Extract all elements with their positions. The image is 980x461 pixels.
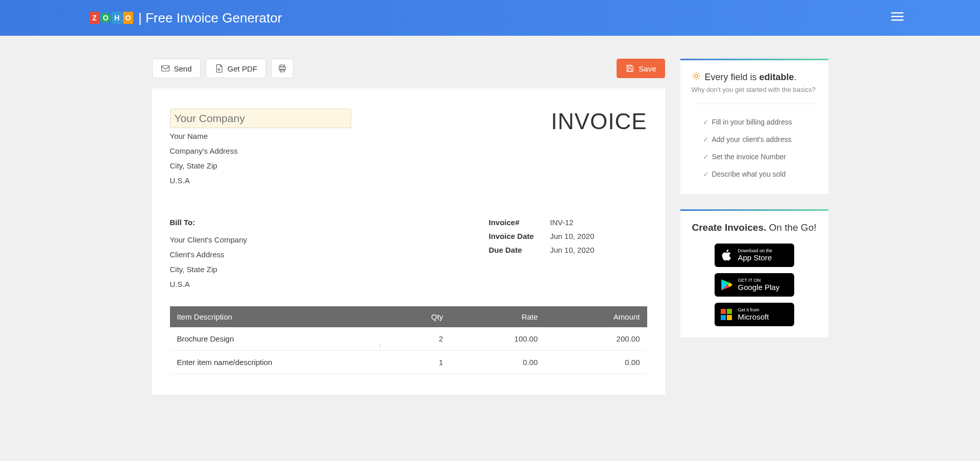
due-date-value[interactable]: Jun 10, 2020 <box>550 246 595 254</box>
item-desc-cell[interactable]: Brochure Design⟋ <box>170 327 385 351</box>
due-date-label: Due Date <box>489 246 550 254</box>
check-icon: ✓ <box>703 135 709 143</box>
microsoft-icon <box>720 308 733 321</box>
invoice-number-value[interactable]: INV-12 <box>550 218 574 227</box>
client-address-field[interactable]: Client's Address <box>170 248 474 261</box>
googleplay-icon <box>720 278 733 292</box>
onthego-title: Create Invoices. On the Go! <box>692 222 817 233</box>
svg-rect-7 <box>628 65 631 67</box>
mail-icon <box>161 64 170 73</box>
tip-item: ✓Describe what you sold <box>692 165 817 183</box>
resize-handle-icon[interactable]: ⟋ <box>376 342 384 349</box>
microsoft-badge[interactable]: Get it fromMicrosoft <box>715 303 794 326</box>
lightbulb-icon <box>692 71 701 83</box>
svg-rect-1 <box>891 16 903 17</box>
col-desc: Item Description <box>170 306 385 327</box>
item-qty-cell[interactable]: 2 <box>384 327 450 351</box>
pdf-icon <box>214 64 224 73</box>
get-pdf-button[interactable]: Get PDF <box>206 59 266 78</box>
svg-rect-8 <box>628 69 632 71</box>
item-desc-placeholder[interactable]: Enter item name/description <box>170 351 385 374</box>
table-row: Brochure Design⟋ 2 100.00 200.00 <box>170 327 647 351</box>
onthego-card: Create Invoices. On the Go! Download on … <box>680 209 828 337</box>
invoice-number-label: Invoice# <box>489 218 550 227</box>
company-name-input[interactable] <box>170 109 351 128</box>
item-rate-cell[interactable]: 100.00 <box>450 327 545 351</box>
company-address-field[interactable]: Company's Address <box>170 144 351 158</box>
tip-item: ✓Set the invoice Number <box>692 148 817 165</box>
save-button[interactable]: Save <box>617 59 665 78</box>
print-button[interactable] <box>271 59 293 78</box>
send-label: Send <box>174 64 192 73</box>
check-icon: ✓ <box>703 170 709 178</box>
col-rate: Rate <box>450 306 545 327</box>
app-header: Z O H O | Free Invoice Generator <box>0 0 980 36</box>
page-title: | Free Invoice Generator <box>138 10 282 26</box>
client-country-field[interactable]: U.S.A <box>170 277 474 291</box>
your-name-field[interactable]: Your Name <box>170 129 351 143</box>
print-icon <box>278 64 287 73</box>
items-table: Item Description Qty Rate Amount Brochur… <box>170 306 647 374</box>
item-amount-placeholder: 0.00 <box>545 351 647 374</box>
send-button[interactable]: Send <box>152 59 201 78</box>
city-state-zip-field[interactable]: City, State Zip <box>170 159 351 173</box>
save-icon <box>625 64 634 73</box>
svg-rect-6 <box>280 69 284 72</box>
tip-item: ✓Add your client's address <box>692 131 817 148</box>
hamburger-menu-icon[interactable] <box>891 12 903 23</box>
bill-to-label: Bill To: <box>170 218 474 227</box>
zoho-logo: Z O H O <box>89 12 133 24</box>
invoice-date-label: Invoice Date <box>489 232 550 240</box>
table-row-placeholder: Enter item name/description 1 0.00 0.00 <box>170 351 647 374</box>
tip-item: ✓Fill in your billing address <box>692 113 817 131</box>
item-amount-cell: 200.00 <box>545 327 647 351</box>
svg-rect-2 <box>891 19 903 21</box>
col-qty: Qty <box>384 306 450 327</box>
client-company-field[interactable]: Your Client's Company <box>170 233 474 247</box>
check-icon: ✓ <box>703 118 709 126</box>
country-field[interactable]: U.S.A <box>170 174 351 187</box>
check-icon: ✓ <box>703 153 709 161</box>
tip-heading: Every field is editable. <box>705 72 797 83</box>
tip-subtext: Why don't you get started with the basic… <box>692 86 817 93</box>
tips-card: Every field is editable. Why don't you g… <box>680 59 828 194</box>
svg-rect-0 <box>891 12 903 14</box>
toolbar: Send Get PDF Save <box>152 59 665 78</box>
invoice-date-value[interactable]: Jun 10, 2020 <box>550 232 595 240</box>
item-qty-placeholder[interactable]: 1 <box>384 351 450 374</box>
save-label: Save <box>639 64 656 73</box>
svg-point-9 <box>695 75 698 78</box>
invoice-heading[interactable]: INVOICE <box>551 109 647 187</box>
client-csz-field[interactable]: City, State Zip <box>170 262 474 276</box>
col-amount: Amount <box>545 306 647 327</box>
googleplay-badge[interactable]: GET IT ONGoogle Play <box>715 273 794 297</box>
item-rate-placeholder[interactable]: 0.00 <box>450 351 545 374</box>
appstore-badge[interactable]: Download on theApp Store <box>715 244 794 267</box>
svg-rect-3 <box>161 66 169 71</box>
invoice-card: Your Name Company's Address City, State … <box>152 88 665 395</box>
apple-icon <box>720 249 733 262</box>
get-pdf-label: Get PDF <box>228 64 257 73</box>
